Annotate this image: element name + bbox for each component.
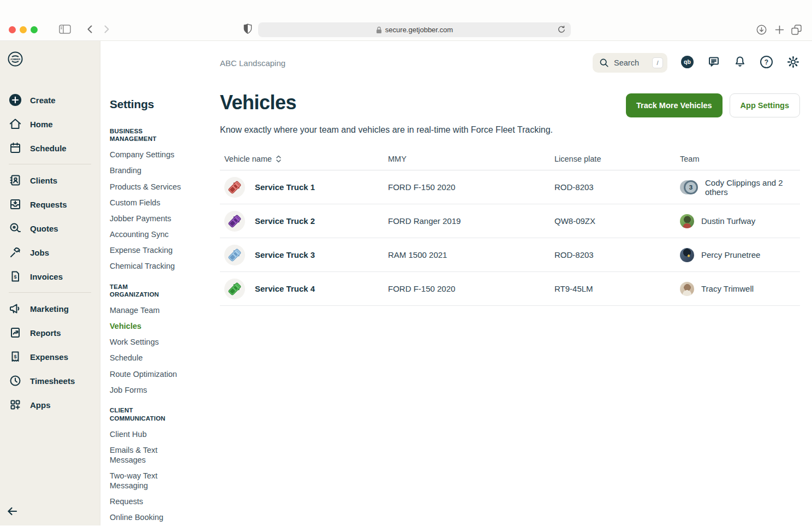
sidebar-item-quotes[interactable]: Quotes <box>0 216 100 240</box>
settings-item-two-way-text-messaging[interactable]: Two-way Text Messaging <box>110 468 192 493</box>
team-label: Dustin Turfway <box>701 216 755 226</box>
sidebar-item-schedule[interactable]: Schedule <box>0 136 100 160</box>
vehicle-name: Service Truck 3 <box>255 250 315 259</box>
settings-item-chemical-tracking[interactable]: Chemical Tracking <box>110 258 192 274</box>
sidebar-divider <box>9 292 91 293</box>
sidebar-item-home[interactable]: Home <box>0 112 100 136</box>
settings-item-requests[interactable]: Requests <box>110 494 192 510</box>
back-button[interactable] <box>86 25 93 33</box>
new-tab-icon[interactable] <box>775 25 784 34</box>
settings-item-vehicles[interactable]: Vehicles <box>110 318 192 334</box>
search-input[interactable]: Search / <box>593 53 667 73</box>
settings-item-emails-text-messages[interactable]: Emails & Text Messages <box>110 442 192 468</box>
window-zoom-button[interactable] <box>31 26 38 33</box>
column-header-vehicle-name[interactable]: Vehicle name <box>224 155 388 163</box>
lock-icon <box>376 26 382 34</box>
settings-section-heading: CLIENT COMMUNICATION <box>110 406 175 422</box>
sort-icon <box>276 155 282 163</box>
sidebar-item-clients[interactable]: Clients <box>0 168 100 192</box>
sidebar-item-apps[interactable]: Apps <box>0 393 100 417</box>
table-header-row: Vehicle name MMY License plate Team <box>220 151 800 170</box>
avatar <box>680 214 694 228</box>
sidebar-item-jobs[interactable]: Jobs <box>0 240 100 264</box>
column-header-license-plate[interactable]: License plate <box>554 155 680 163</box>
settings-item-schedule[interactable]: Schedule <box>110 350 192 366</box>
sidebar-item-timesheets[interactable]: Timesheets <box>0 369 100 393</box>
megaphone-icon <box>9 302 22 315</box>
privacy-shield-icon[interactable] <box>243 23 252 34</box>
vehicle-plate: ROD-8203 <box>554 182 680 192</box>
settings-item-client-hub[interactable]: Client Hub <box>110 426 192 442</box>
company-name: ABC Landscaping <box>220 58 285 68</box>
team-label: Tracy Trimwell <box>701 284 754 293</box>
table-row[interactable]: Service Truck 3 RAM 1500 2021 ROD-8203 P… <box>220 238 800 272</box>
quickbooks-icon[interactable]: qb <box>680 55 694 71</box>
settings-gear-icon[interactable] <box>786 55 800 71</box>
app-settings-button[interactable]: App Settings <box>730 93 800 117</box>
table-row[interactable]: Service Truck 1 FORD F-150 2020 ROD-8203… <box>220 170 800 204</box>
tape-measure-icon <box>9 222 22 235</box>
column-header-team[interactable]: Team <box>680 155 800 163</box>
settings-item-manage-team[interactable]: Manage Team <box>110 303 192 318</box>
settings-item-company-settings[interactable]: Company Settings <box>110 147 192 163</box>
search-placeholder: Search <box>614 58 647 67</box>
hammer-icon <box>9 246 22 259</box>
svg-text:$: $ <box>14 274 16 280</box>
table-row[interactable]: Service Truck 4 FORD F-150 2020 RT9-45LM… <box>220 272 800 306</box>
settings-item-route-optimization[interactable]: Route Optimization <box>110 366 192 382</box>
forward-button[interactable] <box>103 25 110 33</box>
notifications-bell-icon[interactable] <box>733 55 747 70</box>
sidebar-item-invoices[interactable]: $ Invoices <box>0 264 100 288</box>
downloads-icon[interactable] <box>756 25 767 35</box>
tab-overview-icon[interactable] <box>791 25 802 35</box>
sidebar-item-reports[interactable]: Reports <box>0 321 100 345</box>
collapse-sidebar-button[interactable] <box>7 507 17 518</box>
vehicle-mmy: FORD F-150 2020 <box>388 284 554 293</box>
reload-icon[interactable] <box>557 25 566 34</box>
sidebar-item-label: Marketing <box>30 304 69 314</box>
settings-item-expense-tracking[interactable]: Expense Tracking <box>110 243 192 258</box>
team-label: Cody Clippings and 2 others <box>705 178 800 197</box>
settings-item-custom-fields[interactable]: Custom Fields <box>110 194 192 210</box>
settings-item-work-settings[interactable]: Work Settings <box>110 334 192 350</box>
help-icon[interactable]: ? <box>760 55 773 71</box>
home-icon <box>9 117 22 131</box>
truck-icon <box>224 279 245 299</box>
sidebar-item-expenses[interactable]: $ Expenses <box>0 345 100 369</box>
jobber-logo[interactable]: JOBBER <box>7 51 100 69</box>
sidebar-item-label: Home <box>30 120 53 129</box>
svg-text:JOBBER: JOBBER <box>10 58 21 61</box>
settings-sidebar: Settings BUSINESS MANAGEMENT Company Set… <box>100 41 210 525</box>
settings-title: Settings <box>110 98 202 111</box>
sidebar-item-requests[interactable]: Requests <box>0 192 100 216</box>
avatar <box>680 282 694 296</box>
table-row[interactable]: Service Truck 2 FORD Ranger 2019 QW8-09Z… <box>220 204 800 238</box>
sidebar-divider <box>9 164 91 164</box>
truck-icon <box>224 245 245 265</box>
window-close-button[interactable] <box>9 26 16 33</box>
sidebar-item-label: Apps <box>30 400 51 410</box>
sidebar-item-create[interactable]: Create <box>0 88 100 112</box>
window-minimize-button[interactable] <box>20 26 27 33</box>
apps-grid-icon <box>9 398 22 411</box>
settings-item-online-booking[interactable]: Online Booking <box>110 510 192 525</box>
address-bar[interactable]: secure.getjobber.com <box>258 22 571 37</box>
settings-item-products-services[interactable]: Products & Services <box>110 179 192 194</box>
chat-icon[interactable] <box>707 55 720 70</box>
settings-section-heading: TEAM ORGANIZATION <box>110 283 175 299</box>
team-label: Percy Prunetree <box>701 250 760 259</box>
vehicle-mmy: FORD Ranger 2019 <box>388 216 554 226</box>
settings-item-jobber-payments[interactable]: Jobber Payments <box>110 210 192 226</box>
team-count-avatar: 3 <box>680 180 698 194</box>
column-header-mmy[interactable]: MMY <box>388 155 554 163</box>
settings-item-job-forms[interactable]: Job Forms <box>110 382 192 398</box>
track-more-vehicles-button[interactable]: Track More Vehicles <box>626 93 723 117</box>
sidebar-item-marketing[interactable]: Marketing <box>0 297 100 321</box>
sidebar-item-label: Reports <box>30 328 61 338</box>
sidebar-toggle-icon[interactable] <box>59 25 71 34</box>
main-content: ABC Landscaping Search / qb ? <box>210 41 812 525</box>
search-icon <box>599 58 609 68</box>
settings-item-branding[interactable]: Branding <box>110 163 192 179</box>
vehicle-mmy: FORD F-150 2020 <box>388 182 554 192</box>
settings-item-accounting-sync[interactable]: Accounting Sync <box>110 226 192 242</box>
